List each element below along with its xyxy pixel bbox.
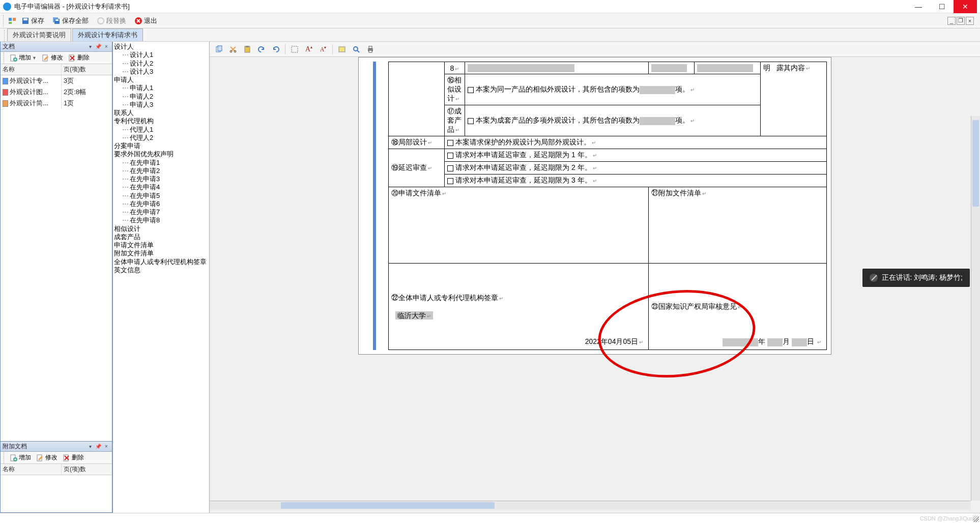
field-blank[interactable] [651,64,687,72]
outline-child[interactable]: 设计人1 [114,51,208,59]
outline-child[interactable]: 在先申请1 [114,159,208,167]
scroll-thumb[interactable] [281,502,495,509]
signature-value[interactable]: 临沂大学 [395,311,433,319]
segment-replace-button[interactable]: 段替换 [94,15,129,26]
review-cell: ㉓国家知识产权局审核意见 年 月 日 [649,264,827,350]
outline-child[interactable]: 申请人1 [114,84,208,92]
panel-menu-icon[interactable]: ▾ [87,443,94,450]
outline-node[interactable]: 英文信息 [114,266,208,274]
minimize-button[interactable]: — [907,0,930,13]
mdi-close[interactable]: × [966,17,974,25]
outline-child[interactable]: 在先申请7 [114,208,208,216]
zoom-button[interactable] [350,43,362,55]
outline-child[interactable]: 设计人2 [114,60,208,68]
outline-node[interactable]: 要求外国优先权声明 [114,150,208,158]
outline-node[interactable]: 相似设计 [114,225,208,233]
doc-row[interactable]: 外观设计专...3页 [1,75,112,86]
col-name-header[interactable]: 名称 [1,64,62,75]
outline-child[interactable]: 在先申请5 [114,192,208,200]
outline-child[interactable]: 在先申请4 [114,183,208,191]
att-col-name[interactable]: 名称 [1,464,62,475]
document-panel-header: 文档 ▾ 📌 × [1,42,112,52]
panel-pin-icon[interactable]: 📌 [95,443,102,450]
panel-menu-icon[interactable]: ▾ [87,43,94,50]
checkbox-19-1[interactable] [447,153,453,159]
panel-close-icon[interactable]: × [103,443,110,450]
save-button[interactable]: 保存 [18,15,47,26]
exit-button[interactable]: 退出 [131,15,160,26]
outline-node[interactable]: 附加文件清单 [114,249,208,257]
close-button[interactable]: ✕ [954,0,977,13]
doc-add-button[interactable]: 增加 ▼ [8,53,39,63]
select-button[interactable] [289,43,301,55]
outline-node[interactable]: 全体申请人或专利代理机构签章 [114,258,208,266]
panel-close-icon[interactable]: × [103,43,110,50]
doc-row[interactable]: 外观设计图...2页:8幅 [1,86,112,98]
checkbox-16[interactable] [468,87,474,93]
checkbox-17[interactable] [468,118,474,124]
field-17[interactable] [640,117,675,125]
att-modify-button[interactable]: 修改 [34,453,60,462]
font-increase-button[interactable]: A▴ [303,43,315,55]
tab-brief-desc[interactable]: 外观设计简要说明 [7,28,71,41]
review-day[interactable] [792,338,807,346]
outline-child[interactable]: 在先申请6 [114,200,208,208]
field-blank[interactable] [468,64,574,72]
vertical-scrollbar[interactable] [971,116,980,501]
signature-cell[interactable]: ㉒全体申请人或专利代理机构签章 临沂大学 2022年04月05日 [389,264,649,350]
font-decrease-button[interactable]: A▾ [317,43,329,55]
att-delete-button[interactable]: 删除 [61,453,86,462]
checkbox-19-3[interactable] [447,178,453,184]
doc-delete-button[interactable]: 删除 [66,53,92,63]
undo-button[interactable] [255,43,268,55]
mdi-buttons: _ ❐ × [947,17,978,25]
doc-row[interactable]: 外观设计简...1页 [1,98,112,109]
paste-button[interactable] [241,43,253,55]
att-add-button[interactable]: 增加 [8,453,33,462]
outline-child[interactable]: 代理人2 [114,134,208,142]
doc-modify-button[interactable]: 修改 [40,53,65,63]
outline-child[interactable]: 设计人3 [114,68,208,76]
resize-grip[interactable] [973,516,979,522]
document-list[interactable]: 外观设计专...3页外观设计图...2页:8幅外观设计简...1页 [1,75,112,441]
outline-child[interactable]: 在先申请8 [114,216,208,224]
col-pages-header[interactable]: 页(项)数 [62,64,112,75]
print-button[interactable] [364,43,377,55]
outline-node[interactable]: 联系人 [114,109,208,117]
field-16[interactable] [640,86,675,94]
outline-node[interactable]: 成套产品 [114,233,208,241]
outline-node[interactable]: 专利代理机构 [114,117,208,125]
copy-button[interactable] [213,43,225,55]
scroll-thumb[interactable] [972,120,979,207]
main-toolbar: 保存 保存全部 段替换 退出 _ ❐ × [0,13,980,28]
outline-child[interactable]: 在先申请3 [114,175,208,183]
horizontal-scrollbar[interactable] [210,501,971,510]
form-button[interactable] [336,43,348,55]
cut-button[interactable] [227,43,239,55]
outline-child[interactable]: 申请人2 [114,93,208,101]
field-blank[interactable] [697,64,753,72]
outline-child[interactable]: 代理人1 [114,126,208,134]
attachment-list[interactable] [1,475,112,512]
mdi-minimize[interactable]: _ [947,17,956,25]
outline-node[interactable]: 分案申请 [114,142,208,150]
att-col-pages[interactable]: 页(项)数 [62,464,112,475]
tab-patent-request[interactable]: 外观设计专利请求书 [72,28,143,41]
outline-child[interactable]: 在先申请2 [114,167,208,175]
outline-tree[interactable]: 设计人设计人1设计人2设计人3申请人申请人1申请人2申请人3联系人专利代理机构代… [113,42,210,513]
outline-node[interactable]: 申请人 [114,76,208,84]
outline-node[interactable]: 申请文件清单 [114,241,208,249]
review-month[interactable] [767,338,783,346]
maximize-button[interactable]: ☐ [930,0,954,13]
outline-child[interactable]: 申请人3 [114,101,208,109]
checkbox-18[interactable] [447,140,453,146]
panel-pin-icon[interactable]: 📌 [95,43,102,50]
text-19-1: 请求对本申请延迟审查，延迟期限为 1 年。 [455,151,592,159]
review-year[interactable] [723,338,758,346]
svg-rect-25 [339,47,345,52]
checkbox-19-2[interactable] [447,165,453,171]
outline-node[interactable]: 设计人 [114,43,208,51]
redo-button[interactable] [270,43,282,55]
save-all-button[interactable]: 保存全部 [49,15,92,26]
mdi-restore[interactable]: ❐ [957,17,965,25]
